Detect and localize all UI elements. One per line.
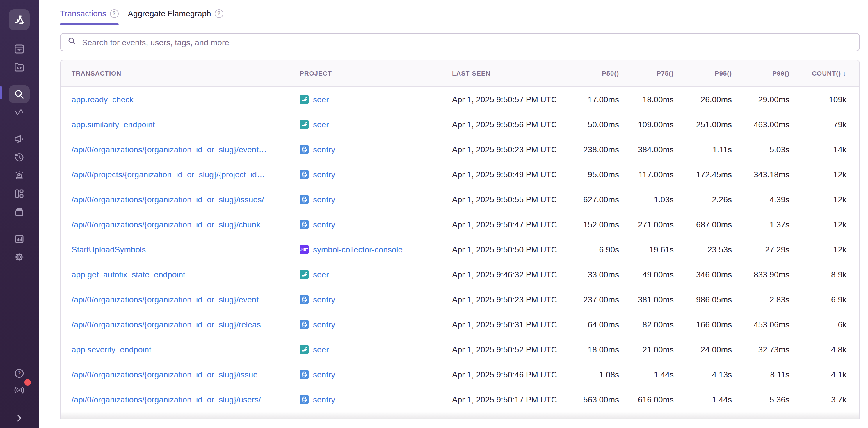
project-link[interactable]: sentry (300, 370, 452, 379)
transaction-link[interactable]: /api/0/organizations/{organization_id_or… (71, 195, 264, 204)
column-header-p75[interactable]: P75() (631, 70, 686, 77)
table-row: app.get_autofix_state_endpoint seer Apr … (61, 262, 859, 287)
p50-value: 18.00ms (579, 345, 631, 354)
sidebar-item-projects[interactable] (9, 58, 30, 75)
sidebar-item-issues[interactable] (9, 40, 30, 58)
transaction-link[interactable]: /api/0/organizations/{organization_id_or… (71, 220, 269, 229)
sidebar-item-whats-new[interactable] (9, 382, 30, 399)
sidebar-item-stats[interactable] (9, 230, 30, 248)
project-link[interactable]: seer (300, 345, 452, 354)
column-header-last-seen[interactable]: LAST SEEN (452, 70, 579, 77)
project-name: sentry (313, 220, 335, 229)
count-value: 109k (802, 95, 859, 104)
sidebar-item-replays[interactable] (9, 149, 30, 166)
table-row: /api/0/organizations/{organization_id_or… (61, 362, 859, 387)
transaction-link[interactable]: /api/0/organizations/{organization_id_or… (71, 145, 267, 154)
transaction-link[interactable]: app.similarity_endpoint (71, 120, 155, 129)
sidebar-item-dashboards[interactable] (9, 185, 30, 202)
help-icon[interactable]: ? (215, 9, 223, 18)
p99-value: 343.18ms (744, 170, 802, 179)
sidebar-item-explore-search[interactable] (9, 86, 30, 103)
count-value: 8.9k (802, 270, 859, 279)
project-name: sentry (313, 145, 335, 154)
p75-value: 19.61s (631, 245, 686, 254)
search-icon (67, 37, 76, 48)
tab-transactions-label: Transactions (60, 9, 106, 18)
last-seen: Apr 1, 2025 9:50:46 PM UTC (452, 370, 579, 379)
transaction-link[interactable]: app.ready_check (71, 95, 133, 104)
last-seen: Apr 1, 2025 9:50:23 PM UTC (452, 145, 579, 154)
project-link[interactable]: sentry (300, 395, 452, 404)
project-link[interactable]: sentry (300, 220, 452, 229)
archive-box-icon (13, 206, 25, 218)
transaction-link[interactable]: /api/0/organizations/{organization_id_or… (71, 395, 261, 404)
p50-value: 95.00ms (579, 170, 631, 179)
transaction-link[interactable]: /api/0/organizations/{organization_id_or… (71, 320, 269, 329)
transactions-table: TRANSACTION PROJECT LAST SEEN P50() P75(… (60, 60, 860, 419)
transaction-link[interactable]: /api/0/projects/{organization_id_or_slug… (71, 170, 265, 179)
p95-value: 166.00ms (686, 320, 744, 329)
p95-value: 346.00ms (686, 270, 744, 279)
table-row: /api/0/organizations/{organization_id_or… (61, 287, 859, 312)
sidebar-item-alerts[interactable] (9, 167, 30, 184)
siren-icon (13, 170, 25, 182)
sidebar-item-feedback[interactable] (9, 130, 30, 148)
p50-value: 152.00ms (579, 220, 631, 229)
project-link[interactable]: seer (300, 95, 452, 104)
sentry-logo[interactable] (9, 9, 30, 30)
p99-value: 5.03s (744, 145, 802, 154)
transaction-link[interactable]: StartUploadSymbols (71, 245, 146, 254)
sidebar-item-metrics[interactable] (9, 103, 30, 121)
table-row: /api/0/projects/{organization_id_or_slug… (61, 162, 859, 187)
table-row: /api/0/organizations/{organization_id_or… (61, 212, 859, 237)
project-link[interactable]: sentry (300, 170, 452, 179)
count-value: 4.8k (802, 345, 859, 354)
column-header-project[interactable]: PROJECT (299, 70, 452, 77)
megaphone-icon (13, 133, 25, 145)
column-header-p50[interactable]: P50() (579, 70, 631, 77)
transaction-link[interactable]: /api/0/organizations/{organization_id_or… (71, 370, 266, 379)
project-link[interactable]: sentry (300, 295, 452, 304)
column-header-p99[interactable]: P99() (744, 70, 802, 77)
project-link[interactable]: seer (300, 120, 452, 129)
project-link[interactable]: seer (300, 270, 452, 279)
sidebar-item-settings[interactable] (9, 248, 30, 266)
tab-aggregate-flamegraph[interactable]: Aggregate Flamegraph ? (128, 9, 223, 25)
p75-value: 616.00ms (631, 395, 686, 404)
count-value: 12k (802, 245, 859, 254)
transaction-link[interactable]: app.severity_endpoint (71, 345, 151, 354)
search-bar[interactable] (60, 33, 860, 51)
project-link[interactable]: sentry (300, 195, 452, 204)
p75-value: 82.00ms (631, 320, 686, 329)
column-header-count[interactable]: COUNT() ↓ (802, 69, 859, 77)
project-link[interactable]: .NET symbol-collector-console (300, 245, 452, 254)
project-link[interactable]: sentry (300, 320, 452, 329)
p75-value: 1.44s (631, 370, 686, 379)
table-row: /api/0/organizations/{organization_id_or… (61, 387, 859, 412)
sidebar-collapse-button[interactable] (9, 409, 30, 427)
transaction-link[interactable]: /api/0/organizations/{organization_id_or… (71, 295, 267, 304)
search-input[interactable] (81, 37, 852, 47)
p50-value: 627.00ms (579, 195, 631, 204)
project-link[interactable]: sentry (300, 145, 452, 154)
count-value: 12k (802, 195, 859, 204)
help-icon[interactable]: ? (110, 9, 118, 18)
bar-chart-icon (13, 233, 25, 245)
python-project-icon (300, 320, 309, 329)
tab-transactions[interactable]: Transactions ? (60, 9, 118, 25)
sidebar-item-releases[interactable] (9, 203, 30, 220)
active-tab-underline (60, 23, 118, 25)
p95-value: 4.13s (686, 370, 744, 379)
main-area: Transactions ? Aggregate Flamegraph ? (39, 0, 868, 428)
column-header-p95[interactable]: P95() (686, 70, 744, 77)
search-icon (13, 88, 25, 100)
help-circle-icon: ? (13, 367, 25, 379)
column-header-transaction[interactable]: TRANSACTION (61, 70, 299, 77)
table-row: app.similarity_endpoint seer Apr 1, 2025… (61, 112, 859, 137)
p50-value: 238.00ms (579, 145, 631, 154)
p75-value: 384.00ms (631, 145, 686, 154)
p75-value: 18.00ms (631, 95, 686, 104)
p50-value: 563.00ms (579, 395, 631, 404)
p99-value: 32.73ms (744, 345, 802, 354)
transaction-link[interactable]: app.get_autofix_state_endpoint (71, 270, 185, 279)
